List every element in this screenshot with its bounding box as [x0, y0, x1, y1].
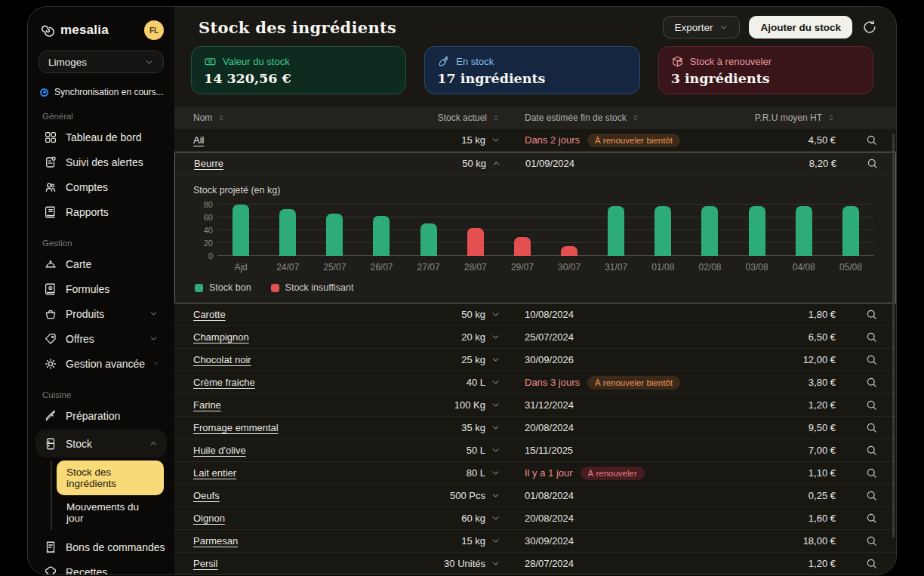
chevron-down-icon[interactable] [491, 355, 500, 365]
ingredient-name-link[interactable]: Parmesan [193, 535, 238, 547]
ingredient-name-link[interactable]: Fromage emmental [193, 422, 279, 433]
chart-bar[interactable] [701, 206, 718, 256]
sidebar-item-rapports[interactable]: Rapports [38, 199, 164, 224]
table-row-chocolat-noir[interactable]: Chocolat noir25 kg30/09/202612,00 € [174, 349, 896, 371]
table-row-parmesan[interactable]: Parmesan15 kg30/09/202418,00 € [174, 530, 896, 553]
table-row-beurre[interactable]: Beurre50 kg01/09/20248,20 € [175, 152, 895, 175]
search-icon[interactable] [866, 157, 879, 170]
sidebar-item-recettes[interactable]: Recettes [38, 559, 164, 574]
sidebar-item-offres[interactable]: Offres [38, 326, 164, 351]
sidebar-item-label: Stock [66, 438, 140, 450]
search-icon[interactable] [865, 331, 878, 343]
ingredient-name-link[interactable]: Oeufs [193, 490, 220, 501]
sidebar-item-formules[interactable]: Formules [38, 276, 164, 301]
sidebar-subitem-stock-des-ingredients[interactable]: Stock des ingrédients [57, 460, 164, 495]
chevron-down-icon[interactable] [491, 332, 500, 342]
table-row-carotte[interactable]: Carotte50 kg10/08/20241,80 € [174, 303, 896, 326]
chart-bar[interactable] [608, 206, 624, 256]
table-row-oeufs[interactable]: Oeufs500 Pcs01/08/20240,25 € [174, 485, 896, 507]
add-stock-button[interactable]: Ajouter du stock [749, 16, 852, 39]
chart-bar[interactable] [233, 205, 249, 256]
ingredient-name-link[interactable]: Farine [193, 399, 221, 411]
export-button[interactable]: Exporter [663, 16, 740, 39]
chart-bar[interactable] [796, 206, 812, 256]
table-row-farine[interactable]: Farine100 Kg31/12/20241,20 € [174, 394, 896, 417]
chart-bar[interactable] [514, 237, 531, 256]
column-header-nom[interactable]: Nom [174, 112, 375, 123]
chart-bar[interactable] [420, 223, 437, 256]
table-row-ail[interactable]: Ail15 kgDans 2 joursÀ renouveler bientôt… [174, 129, 896, 152]
refresh-icon[interactable] [861, 19, 878, 35]
sidebar-item-comptes[interactable]: Comptes [38, 174, 164, 199]
table-row-oignon[interactable]: Oignon60 kg20/08/20241,60 € [174, 507, 896, 530]
chevron-down-icon[interactable] [491, 491, 500, 501]
search-icon[interactable] [865, 467, 878, 479]
search-icon[interactable] [865, 421, 878, 434]
ingredient-name-link[interactable]: Chocolat noir [193, 354, 251, 365]
search-icon[interactable] [865, 376, 878, 389]
chart-bar[interactable] [373, 216, 390, 256]
ingredient-name-link[interactable]: Huile d'olive [193, 445, 246, 456]
search-icon[interactable] [865, 399, 878, 411]
chevron-up-icon[interactable] [491, 159, 501, 168]
search-icon[interactable] [865, 134, 878, 146]
column-header-date-estimee-fin-de-stock[interactable]: Date estimée fin de stock [505, 112, 732, 123]
sidebar-item-carte[interactable]: Carte [38, 251, 164, 276]
chart-bar[interactable] [842, 206, 859, 256]
chevron-down-icon[interactable] [491, 423, 500, 433]
search-icon[interactable] [865, 444, 878, 457]
chart-bar[interactable] [561, 246, 578, 256]
chevron-down-icon[interactable] [491, 445, 500, 455]
table-row-persil[interactable]: Persil30 Unités28/07/20241,20 € [174, 553, 896, 574]
location-select[interactable]: Limoges [38, 51, 164, 73]
sidebar-item-bons-de-commandes[interactable]: Bons de commandes [38, 534, 164, 559]
chart-bar[interactable] [749, 206, 765, 256]
search-icon[interactable] [865, 489, 878, 502]
sidebar-item-preparation[interactable]: Préparation [38, 403, 164, 428]
chevron-down-icon[interactable] [491, 400, 500, 410]
main-content: Stock des ingrédients Exporter Ajouter d… [174, 7, 896, 574]
ingredient-name-link[interactable]: Oignon [193, 513, 225, 524]
column-header-p-r-u-moyen-ht[interactable]: P.R.U moyen HT [732, 112, 845, 123]
chevron-down-icon[interactable] [491, 310, 500, 319]
sort-icon [491, 113, 500, 122]
table-row-creme-fraiche[interactable]: Crème fraiche40 LDans 3 joursÀ renouvele… [174, 371, 896, 394]
chevron-down-icon[interactable] [491, 468, 500, 478]
column-header-stock-actuel[interactable]: Stock actuel [375, 112, 505, 123]
chevron-down-icon[interactable] [491, 536, 500, 546]
table-row-lait-entier[interactable]: Lait entier80 LIl y a 1 jourÀ renouveler… [174, 462, 896, 485]
chart-bar[interactable] [467, 228, 484, 256]
search-icon[interactable] [865, 353, 878, 366]
box-icon [671, 55, 684, 68]
chevron-down-icon[interactable] [491, 377, 500, 387]
ingredient-name-link[interactable]: Beurre [194, 158, 223, 169]
sidebar-subitem-mouvements-du-jour[interactable]: Mouvements du jour [57, 495, 164, 530]
chevron-down-icon[interactable] [491, 559, 500, 568]
avatar[interactable]: FL [144, 20, 164, 40]
ingredient-name-link[interactable]: Crème fraiche [193, 377, 255, 388]
sidebar-item-tableau-de-bord[interactable]: Tableau de bord [38, 125, 164, 149]
stat-card-label: En stock [456, 56, 494, 67]
ingredient-name-link[interactable]: Champignon [193, 331, 249, 343]
chevron-down-icon[interactable] [491, 513, 500, 523]
table-row-champignon[interactable]: Champignon20 kg25/07/20246,50 € [174, 326, 896, 349]
sidebar-item-produits[interactable]: Produits [38, 301, 164, 326]
search-icon[interactable] [865, 534, 878, 547]
chart-bar[interactable] [654, 206, 671, 256]
table-row-fromage-emmental[interactable]: Fromage emmental35 kg20/08/20249,50 € [174, 417, 896, 439]
chart-bar[interactable] [279, 209, 296, 256]
sidebar-item-gestion-avancee[interactable]: Gestion avancée [38, 351, 164, 376]
search-icon[interactable] [865, 512, 878, 525]
search-icon[interactable] [865, 308, 878, 321]
ingredient-name-link[interactable]: Lait entier [193, 467, 236, 479]
sidebar-item-stock[interactable]: Stock [38, 431, 164, 456]
ingredient-name-link[interactable]: Carotte [193, 309, 226, 320]
sidebar-item-suivi-des-alertes[interactable]: Suivi des alertes [38, 149, 164, 174]
chevron-down-icon[interactable] [491, 135, 500, 145]
table-row-huile-d-olive[interactable]: Huile d'olive50 L15/11/20257,00 € [174, 439, 896, 462]
chart-bar[interactable] [326, 214, 343, 256]
scrollbar[interactable] [892, 134, 895, 537]
search-icon[interactable] [865, 557, 878, 570]
ingredient-name-link[interactable]: Ail [193, 134, 204, 146]
ingredient-name-link[interactable]: Persil [193, 558, 218, 569]
